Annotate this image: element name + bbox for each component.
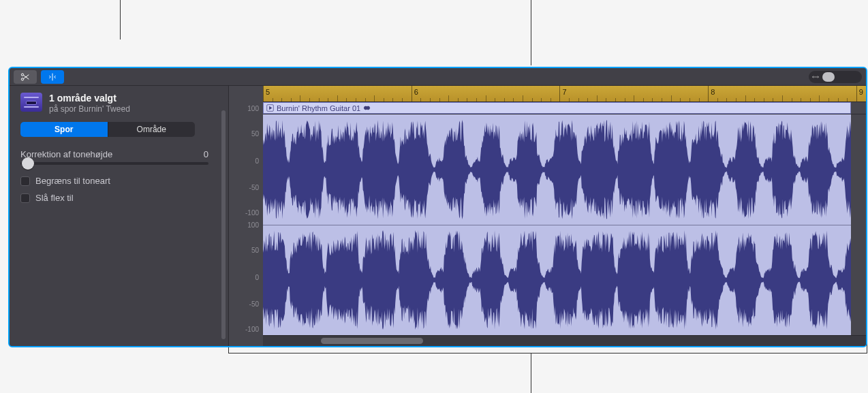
waveform-svg: [263, 114, 851, 335]
limit-to-key-checkbox[interactable]: Begræns til toneart: [20, 176, 219, 186]
audio-editor-window: 1 område valgt på spor Burnin' Tweed Spo…: [8, 67, 867, 347]
seg-omraade[interactable]: Område: [108, 122, 196, 137]
gutter-tick: -50: [229, 183, 259, 191]
svg-point-1: [21, 78, 23, 80]
region-name: Burnin' Rhythm Guitar 01: [277, 104, 360, 112]
svg-point-4: [367, 106, 370, 110]
ruler-bar-label: 8: [711, 88, 715, 96]
enable-flex-label: Slå flex til: [35, 193, 74, 203]
enable-flex-checkbox[interactable]: Slå flex til: [20, 193, 219, 203]
scissors-icon: [20, 72, 31, 82]
checkbox-icon: [20, 193, 30, 203]
ruler-bar-label: 5: [266, 88, 270, 96]
gutter-tick: 0: [229, 157, 259, 164]
ruler-bar-label: 6: [414, 88, 418, 96]
catch-playhead-button[interactable]: [41, 70, 64, 84]
gutter-tick: 50: [229, 247, 259, 254]
waveform-canvas[interactable]: [263, 114, 866, 335]
ruler-bar-label: 7: [562, 88, 566, 96]
horizontal-scrollbar[interactable]: [263, 335, 866, 346]
region-chip[interactable]: Burnin' Rhythm Guitar 01: [263, 102, 851, 114]
pitch-correction-value: 0: [204, 149, 208, 159]
callout-line: [120, 0, 121, 40]
svg-point-0: [21, 74, 23, 76]
ruler-bar-label: 9: [859, 88, 863, 96]
amplitude-gutter: 100 50 0 -50 -100 100 50 0 -50 -100: [229, 102, 263, 335]
callout-line: [531, 0, 531, 65]
scissors-tool-button[interactable]: [14, 70, 37, 84]
gutter-tick: 100: [229, 104, 259, 112]
amp-icon: [20, 93, 42, 112]
seg-spor[interactable]: Spor: [20, 122, 108, 137]
region-header-strip: Burnin' Rhythm Guitar 01: [263, 102, 866, 114]
horizontal-zoom-slider[interactable]: [809, 71, 862, 83]
limit-to-key-label: Begræns til toneart: [35, 176, 110, 186]
inspector-mode-segmented[interactable]: Spor Område: [20, 122, 195, 137]
scrollbar-thumb[interactable]: [321, 338, 423, 344]
callout-line: [531, 353, 531, 393]
waveform-area: 5 6 7 8 9 Burnin' Rhythm Guitar 01: [229, 86, 866, 346]
checkbox-icon: [20, 176, 30, 186]
pitch-correction-label: Korrektion af tonehøjde: [20, 149, 112, 159]
editor-toolbar: [10, 68, 866, 86]
inspector-panel: 1 område valgt på spor Burnin' Tweed Spo…: [10, 86, 229, 346]
inspector-subtitle: på spor Burnin' Tweed: [49, 104, 130, 114]
gutter-tick: -100: [229, 209, 259, 217]
playhead-arrows-icon: [47, 72, 58, 82]
zoom-horiz-icon: [811, 73, 820, 81]
zoom-thumb[interactable]: [822, 72, 835, 82]
gutter-tick: 100: [229, 221, 259, 228]
loop-icon: [363, 104, 371, 112]
gutter-tick: 0: [229, 273, 259, 281]
inspector-scrollbar[interactable]: [221, 110, 226, 339]
gutter-tick: -50: [229, 300, 259, 307]
slider-thumb[interactable]: [22, 157, 34, 170]
pitch-correction-slider[interactable]: [20, 162, 208, 165]
gutter-tick: -100: [229, 326, 259, 333]
inspector-title: 1 område valgt: [49, 93, 130, 104]
bar-ruler[interactable]: 5 6 7 8 9: [263, 86, 866, 102]
pitch-correction-row: Korrektion af tonehøjde 0: [20, 149, 208, 165]
gutter-tick: 50: [229, 130, 259, 138]
callout-line: [228, 353, 867, 353]
play-icon: [266, 104, 274, 112]
